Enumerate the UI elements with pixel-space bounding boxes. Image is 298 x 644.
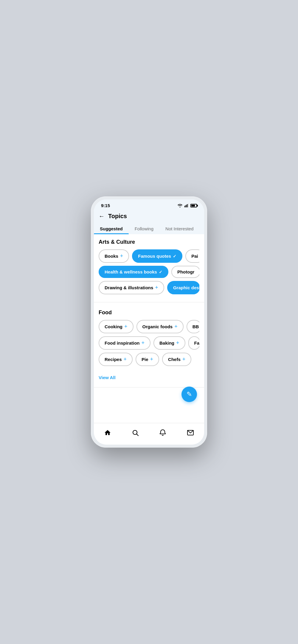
chip-pie[interactable]: Pie + <box>136 353 159 366</box>
header: ← Topics <box>94 210 204 223</box>
divider-1 <box>94 302 204 302</box>
bell-icon <box>159 429 166 436</box>
section-title-arts: Arts & Culture <box>99 239 199 245</box>
chips-row-3: Drawing & illustrations + Graphic desig <box>99 281 199 294</box>
mail-icon <box>187 429 194 436</box>
status-time: 9:15 <box>101 203 110 208</box>
tab-following[interactable]: Following <box>129 223 159 234</box>
chip-painting[interactable]: Pai <box>185 249 199 263</box>
chip-plus-icon-3: + <box>155 285 158 291</box>
svg-line-5 <box>136 434 138 436</box>
phone-screen: 9:15 <box>94 199 204 445</box>
chip-baking[interactable]: Baking + <box>153 336 185 350</box>
phone-frame: 9:15 <box>91 196 207 448</box>
nav-notifications[interactable] <box>157 427 169 439</box>
chips-row-1: Books + Famous quotes ✓ Pai <box>99 249 199 263</box>
chip-plus-pie: + <box>150 356 153 362</box>
fab-compose[interactable]: ✎ <box>181 387 197 402</box>
section-title-food: Food <box>99 310 199 316</box>
page-title: Topics <box>108 213 127 220</box>
section-food: Food Cooking + Organic foods + BB <box>94 305 204 371</box>
chip-plus-chefs: + <box>182 356 186 362</box>
chip-check-icon-2: ✓ <box>159 270 162 274</box>
chip-drawing[interactable]: Drawing & illustrations + <box>99 281 164 294</box>
bottom-nav <box>94 423 204 445</box>
chip-bbq[interactable]: BB <box>187 320 199 333</box>
chip-plus-recipes: + <box>124 356 127 362</box>
chip-health-wellness[interactable]: Health & wellness books ✓ <box>99 266 168 278</box>
chip-check-icon: ✓ <box>173 254 176 259</box>
back-button[interactable]: ← <box>99 213 105 220</box>
chip-plus-cooking: + <box>124 323 128 330</box>
chip-organic-foods[interactable]: Organic foods + <box>136 320 184 333</box>
food-chips-row-3: Recipes + Pie + Chefs + <box>99 353 199 366</box>
chip-chefs[interactable]: Chefs + <box>162 353 191 366</box>
compose-icon: ✎ <box>187 390 192 398</box>
chip-plus-baking: + <box>176 340 179 346</box>
chip-plus-icon: + <box>120 253 123 259</box>
tab-not-interested[interactable]: Not Interested <box>159 223 199 234</box>
chip-photography[interactable]: Photogr <box>171 266 199 278</box>
tab-suggested[interactable]: Suggested <box>94 223 129 234</box>
svg-rect-1 <box>186 205 187 207</box>
chip-food-inspiration[interactable]: Food inspiration + <box>99 336 150 350</box>
food-chips-row-2: Food inspiration + Baking + Fa <box>99 336 199 350</box>
search-icon <box>132 429 139 436</box>
section-arts-culture: Arts & Culture Books + Famous quotes ✓ P… <box>94 234 204 300</box>
wifi-icon <box>177 204 183 207</box>
nav-home[interactable] <box>102 427 114 439</box>
svg-rect-0 <box>184 206 185 207</box>
status-bar: 9:15 <box>94 199 204 210</box>
chip-famous-quotes[interactable]: Famous quotes ✓ <box>132 249 182 263</box>
svg-rect-2 <box>187 204 188 207</box>
view-all-button[interactable]: View All <box>94 371 204 385</box>
chip-books[interactable]: Books + <box>99 249 129 263</box>
food-chips-row-1: Cooking + Organic foods + BB <box>99 320 199 333</box>
chip-recipes[interactable]: Recipes + <box>99 353 133 366</box>
nav-messages[interactable] <box>184 427 196 439</box>
chip-graphic-design[interactable]: Graphic desig <box>167 281 199 294</box>
nav-search[interactable] <box>129 427 141 439</box>
tabs-bar: Suggested Following Not Interested <box>94 223 204 234</box>
chip-fa-partial[interactable]: Fa <box>188 336 199 350</box>
content-scroll[interactable]: Arts & Culture Books + Famous quotes ✓ P… <box>94 234 204 423</box>
chip-cooking[interactable]: Cooking + <box>99 320 134 333</box>
signal-icon <box>184 204 189 207</box>
svg-rect-3 <box>188 204 189 207</box>
chips-row-2: Health & wellness books ✓ Photogr <box>99 266 199 278</box>
battery-icon <box>190 204 197 207</box>
home-icon <box>104 429 111 436</box>
chip-plus-food-insp: + <box>142 340 145 346</box>
status-icons <box>177 204 197 207</box>
chip-plus-organic: + <box>174 323 178 330</box>
